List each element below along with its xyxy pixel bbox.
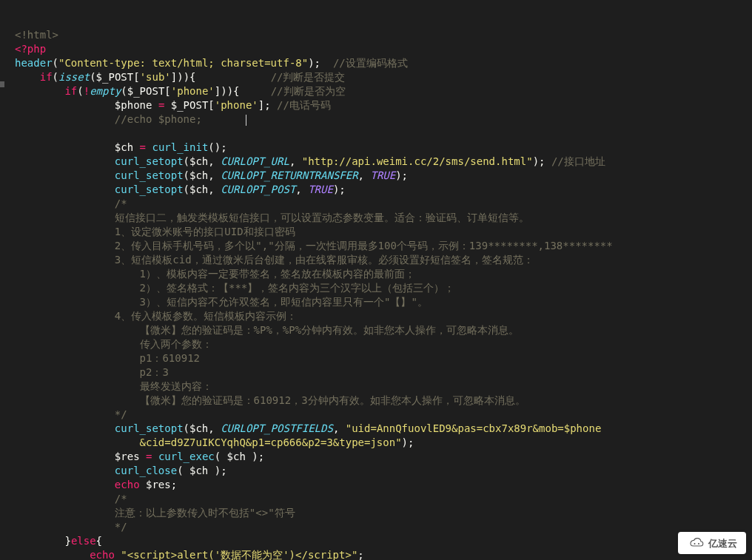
fn-curlclose: curl_close [115,465,177,476]
kw-if1: if [40,71,53,83]
watermark-text: 亿速云 [708,536,737,550]
cm-header: //设置编码格式 [333,57,408,69]
text-cursor [246,115,246,126]
kw-echo1: echo [115,479,140,490]
svg-point-1 [698,543,699,544]
var-phone: $phone [115,99,152,111]
svg-point-0 [694,543,695,544]
header-arg: "Content-type: text/html; charset=utf-8" [58,57,308,69]
cloud-icon [688,536,705,550]
kw-if2: if [64,85,77,97]
cm-tel: //电话号码 [277,99,331,111]
fn-empty: empty [90,85,121,97]
str-alert: "<script>alert('数据不能为空')</script>" [121,549,357,560]
watermark-badge: 亿速云 [678,532,746,554]
fn-setopt-url: curl_setopt [115,155,184,167]
php-open: <?php [15,43,46,55]
kw-else: else [71,535,96,547]
cm-phone: //判断是否为空 [271,85,346,97]
cm-api: //接口地址 [551,155,605,167]
cm-block: 短信接口二，触发类模板短信接口，可以设置动态参数变量。适合：验证码、订单短信等。… [15,212,613,406]
kw-echo2: echo [90,549,115,560]
gutter-marker [0,81,4,87]
cm-echophone: //echo $phone; [115,113,202,125]
cm-sub: //判断是否提交 [271,71,346,83]
fn-setopt-pf: curl_setopt [115,422,184,434]
code-editor: <!html> <?php header("Content-type: text… [0,0,752,560]
fn-curlinit: curl_init [152,141,208,153]
fn-curlexec: curl_exec [158,451,215,462]
line0: <!html> [15,29,58,41]
cm-note: 注意：以上参数传入时不包括"<>"符号 [115,507,295,519]
fn-isset: isset [58,71,90,83]
fn-header: header [15,57,53,69]
